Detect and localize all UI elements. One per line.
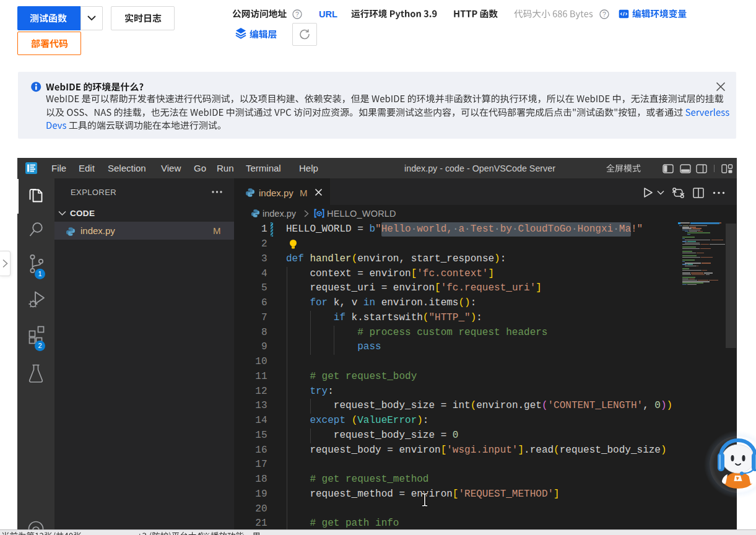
svg-text:?: ? [295, 11, 299, 18]
svg-text:?: ? [602, 11, 606, 18]
